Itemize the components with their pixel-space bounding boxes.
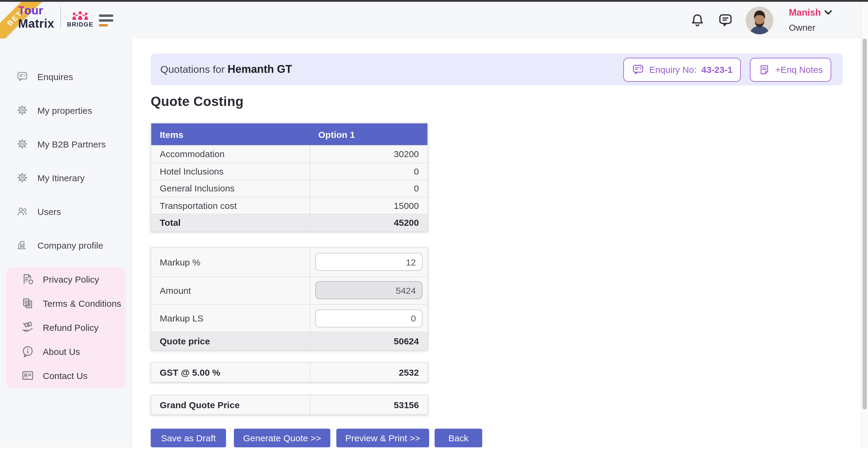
add-enquiry-notes-label: +Enq Notes [775,64,823,75]
table-row-transportation-cost: Transportation cost 15000 [151,197,427,214]
sidebar-item-refund-policy[interactable]: Refund Policy [6,315,126,340]
sidebar-item-enquires[interactable]: Enquires [0,67,132,86]
sidebar-item-contact-us[interactable]: Contact Us [6,364,126,388]
logo-bridge-block: BRIDGE [67,10,93,27]
column-header-option-1: Option 1 [310,124,427,145]
quote-price-label: Quote price [151,332,310,350]
page-title: Quote Costing [151,94,244,109]
row-label: General Inclusions [151,180,310,197]
sidebar-item-label: My properties [37,105,92,115]
quotation-title-prefix: Quotations for [160,64,227,75]
top-header-bar: BETA Tour Matrix BRIDGE [0,2,868,38]
hamburger-bar [99,19,113,21]
cost-table-header-row: Items Option 1 [151,124,427,145]
header-right-group: Manish Owner [689,2,832,38]
row-label: Markup LS [151,305,310,332]
row-value: 30200 [310,146,427,162]
sidebar-item-users[interactable]: Users [0,202,132,221]
gear-icon [16,138,28,150]
quotation-banner: Quotations for Hemanth GT Enquiry No: 43… [151,54,843,86]
sidebar-item-label: Terms & Conditions [43,298,121,308]
brand-logo[interactable]: Tour Matrix BRIDGE [18,5,93,30]
quotation-title: Quotations for Hemanth GT [160,63,292,76]
hamburger-bar [99,14,113,16]
policy-links-panel: Privacy Policy Terms & Conditions Refund… [6,267,126,388]
chevron-down-icon [825,10,832,15]
sidebar-item-label: Users [37,206,61,216]
sidebar-item-label: Enquires [37,71,73,81]
row-value: 0 [310,180,427,197]
row-value: 0 [310,163,427,179]
table-row-total: Total 45200 [151,214,427,231]
sidebar-item-label: Privacy Policy [43,274,99,284]
table-row-amount: Amount [151,276,427,304]
gst-value: 2532 [310,363,427,382]
add-enquiry-notes-button[interactable]: +Enq Notes [750,58,831,81]
sidebar-item-terms-conditions[interactable]: Terms & Conditions [6,292,126,315]
row-label: Transportation cost [151,197,310,214]
logo-tour-rest: our [24,4,43,17]
sidebar-nav: Enquires My properties My B2B Partners M… [0,38,132,447]
contact-card-icon [21,369,34,382]
enquiry-number-value: 43-23-1 [701,64,733,75]
action-buttons-row: Save as Draft Generate Quote >> Preview … [151,429,482,447]
back-button[interactable]: Back [435,429,482,447]
scrollbar-thumb[interactable] [863,38,867,409]
logo-bridge-label: BRIDGE [67,21,93,27]
vertical-scrollbar[interactable] [861,2,868,447]
menu-toggle-button[interactable] [99,14,113,26]
user-menu[interactable]: Manish [789,7,832,19]
gear-icon [16,104,28,116]
table-row-grand-quote-price: Grand Quote Price 53156 [151,396,427,414]
sidebar-item-privacy-policy[interactable]: Privacy Policy [6,267,126,292]
sidebar-item-label: Contact Us [43,371,87,381]
enquiry-number-button[interactable]: Enquiry No: 43-23-1 [623,58,741,81]
markup-ls-input[interactable] [315,309,423,327]
family-icon [70,10,90,20]
grand-quote-label: Grand Quote Price [151,396,310,414]
user-role: Owner [789,23,832,34]
user-avatar[interactable] [745,6,773,34]
generate-quote-button[interactable]: Generate Quote >> [234,429,330,447]
users-icon [16,205,28,217]
gear-icon [16,172,28,183]
preview-print-button[interactable]: Preview & Print >> [336,429,429,447]
cost-items-table: Items Option 1 Accommodation 30200 Hotel… [151,123,428,232]
user-identity-block: Manish Owner [789,7,832,34]
hamburger-bar [99,24,108,26]
sidebar-item-label: Refund Policy [43,323,98,333]
gst-table: GST @ 5.00 % 2532 [151,363,428,382]
markup-table: Markup % Amount Markup LS Quote price 5 [151,247,428,350]
sidebar-item-my-b2b-partners[interactable]: My B2B Partners [0,135,132,153]
app-window: BETA Tour Matrix BRIDGE [0,0,868,472]
row-label: Amount [151,277,310,304]
logo-letter-t: T [18,4,24,17]
avatar-image [745,6,773,34]
total-label: Total [151,214,310,231]
sidebar-item-company-profile[interactable]: Company profile [0,236,132,254]
total-value: 45200 [310,214,427,231]
sidebar-item-my-properties[interactable]: My properties [0,101,132,119]
main-content: Quotations for Hemanth GT Enquiry No: 43… [132,38,861,447]
messages-chat-icon[interactable] [717,12,733,28]
hand-money-icon [21,321,34,334]
document-shield-icon [21,273,34,286]
enquiry-bubble-icon [632,63,644,76]
sidebar-item-about-us[interactable]: About Us [6,340,126,364]
user-name: Manish [789,7,821,19]
enquiry-bubble-icon [16,70,28,82]
logo-matrix: Matrix [18,18,54,30]
building-chart-icon [16,239,28,251]
markup-amount-input [315,281,423,300]
enquiry-number-label: Enquiry No: [649,64,696,75]
table-row-markup-pct: Markup % [151,248,427,276]
table-row-quote-price: Quote price 50624 [151,332,427,350]
column-header-items: Items [151,124,310,145]
window-top-edge [0,0,868,2]
sidebar-item-label: About Us [43,346,80,357]
banner-buttons: Enquiry No: 43-23-1 +Enq Notes [623,58,831,81]
notifications-bell-icon[interactable] [689,12,705,28]
markup-percent-input[interactable] [315,253,423,271]
save-as-draft-button[interactable]: Save as Draft [151,429,226,447]
sidebar-item-my-itinerary[interactable]: My Itinerary [0,169,132,187]
